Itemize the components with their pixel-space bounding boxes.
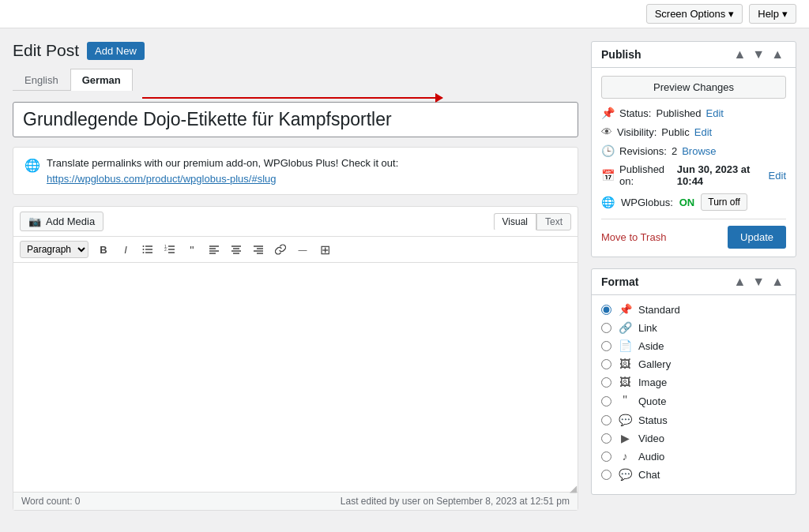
format-radio-quote[interactable] <box>601 396 611 406</box>
format-icon-audio: ♪ <box>618 450 632 463</box>
format-label-standard: Standard <box>638 304 680 316</box>
format-icon-standard: 📌 <box>618 303 632 316</box>
help-chevron: ▾ <box>782 8 788 20</box>
move-trash-link[interactable]: Move to Trash <box>601 231 666 243</box>
align-right-button[interactable] <box>248 240 269 259</box>
visibility-label: Visibility: <box>617 126 657 138</box>
publish-box-body: Preview Changes 📌 Status: Published Edit… <box>592 68 796 257</box>
visibility-edit-link[interactable]: Edit <box>694 126 712 138</box>
more-button[interactable]: ⊞ <box>314 240 335 259</box>
language-tabs-row: English German <box>13 68 578 102</box>
published-on-value: Jun 30, 2023 at 10:44 <box>677 163 764 187</box>
post-title-input[interactable] <box>13 102 578 137</box>
publish-revisions-row: 🕒 Revisions: 2 Browse <box>601 144 786 157</box>
wpglobus-row: 🌐 WPGlobus: ON Turn off <box>601 193 786 211</box>
format-radio-gallery[interactable] <box>601 359 611 369</box>
format-radio-image[interactable] <box>601 377 611 388</box>
page-title-area: Edit Post Add New <box>13 41 578 60</box>
format-option-audio: ♪ Audio <box>601 450 786 463</box>
hr-button[interactable]: — <box>292 240 313 259</box>
publish-close[interactable]: ▲ <box>769 48 786 61</box>
format-icon-image: 🖼 <box>618 376 632 388</box>
format-label-quote: Quote <box>638 395 666 407</box>
preview-changes-button[interactable]: Preview Changes <box>601 76 786 99</box>
tab-german[interactable]: German <box>70 69 133 91</box>
tab-visual[interactable]: Visual <box>494 213 536 230</box>
format-box-header[interactable]: Format ▲ ▼ ▲ <box>592 269 796 295</box>
format-box-title: Format <box>601 275 638 288</box>
wpglobus-status: ON <box>679 197 695 208</box>
language-tabs: English German <box>13 68 133 91</box>
status-label: Status: <box>619 107 651 119</box>
format-icon-aside: 📄 <box>618 339 632 352</box>
revisions-value: 2 <box>672 145 677 157</box>
format-close[interactable]: ▲ <box>769 275 786 288</box>
format-option-quote: " Quote <box>601 394 786 408</box>
screen-options-label: Screen Options <box>655 8 726 20</box>
paragraph-select[interactable]: Paragraph <box>20 241 88 258</box>
editor-resize-handle[interactable]: ◢ <box>570 484 578 492</box>
format-radio-audio[interactable] <box>601 451 611 462</box>
format-icon-video: ▶ <box>618 432 632 444</box>
status-icon: 📌 <box>601 107 615 119</box>
format-collapse-up[interactable]: ▲ <box>731 275 748 288</box>
add-media-button[interactable]: 📷 Add Media <box>20 212 103 231</box>
format-radio-chat[interactable] <box>601 470 611 480</box>
publish-collapse-down[interactable]: ▼ <box>750 48 767 61</box>
format-option-chat: 💬 Chat <box>601 468 786 481</box>
status-edit-link[interactable]: Edit <box>706 107 724 119</box>
publish-status-row: 📌 Status: Published Edit <box>601 107 786 119</box>
publish-box-header[interactable]: Publish ▲ ▼ ▲ <box>592 42 796 68</box>
format-label-link: Link <box>638 322 657 334</box>
top-bar: Screen Options ▾ Help ▾ <box>0 0 809 28</box>
format-label-status: Status <box>638 414 668 426</box>
editor-container: 📷 Add Media Visual Text Paragraph B <box>13 206 578 511</box>
format-box: Format ▲ ▼ ▲ 📌 Standard 🔗 Link <box>591 268 796 495</box>
editor-body[interactable]: ◢ <box>13 263 578 492</box>
blockquote-button[interactable]: " <box>182 240 202 259</box>
format-radio-link[interactable] <box>601 323 611 333</box>
format-label-chat: Chat <box>638 469 660 481</box>
italic-button[interactable]: I <box>115 240 136 259</box>
ol-button[interactable]: 1.2. <box>160 240 180 259</box>
calendar-icon: 📅 <box>601 169 615 182</box>
screen-options-button[interactable]: Screen Options ▾ <box>646 4 743 24</box>
publish-box-controls: ▲ ▼ ▲ <box>731 48 786 61</box>
help-label: Help <box>758 8 779 20</box>
format-icon-chat: 💬 <box>618 468 632 481</box>
revisions-browse-link[interactable]: Browse <box>682 145 716 157</box>
format-label-image: Image <box>638 377 667 388</box>
align-left-button[interactable] <box>204 240 224 259</box>
format-radio-status[interactable] <box>601 415 611 425</box>
permalink-link[interactable]: https://wpglobus.com/product/wpglobus-pl… <box>47 173 277 185</box>
format-collapse-down[interactable]: ▼ <box>750 275 767 288</box>
add-media-label: Add Media <box>46 215 95 227</box>
wpglobus-turn-off-button[interactable]: Turn off <box>701 193 747 211</box>
format-label-audio: Audio <box>638 451 664 463</box>
format-option-video: ▶ Video <box>601 432 786 444</box>
align-center-button[interactable] <box>226 240 246 259</box>
format-icon-gallery: 🖼 <box>618 358 632 370</box>
bold-button[interactable]: B <box>93 240 114 259</box>
link-button[interactable] <box>270 240 291 259</box>
tab-english[interactable]: English <box>13 69 70 91</box>
publish-actions: Move to Trash Update <box>601 219 786 249</box>
format-radio-aside[interactable] <box>601 341 611 351</box>
red-arrow <box>142 97 442 99</box>
published-on-edit-link[interactable]: Edit <box>769 170 786 182</box>
add-media-icon: 📷 <box>28 215 41 227</box>
format-box-body: 📌 Standard 🔗 Link 📄 Aside 🖼 Gallery <box>592 295 796 494</box>
format-radio-standard[interactable] <box>601 305 611 315</box>
add-new-button[interactable]: Add New <box>87 42 145 60</box>
help-button[interactable]: Help ▾ <box>749 4 796 24</box>
published-on-label: Published on: <box>619 163 672 187</box>
ul-button[interactable] <box>137 240 158 259</box>
update-button[interactable]: Update <box>728 226 786 249</box>
format-radio-video[interactable] <box>601 433 611 444</box>
editor-footer: Word count: 0 Last edited by user on Sep… <box>13 492 578 510</box>
visual-text-tabs: Visual Text <box>494 213 571 230</box>
status-value: Published <box>656 107 701 119</box>
format-option-standard: 📌 Standard <box>601 303 786 316</box>
tab-text[interactable]: Text <box>536 213 571 230</box>
publish-collapse-up[interactable]: ▲ <box>731 48 748 61</box>
